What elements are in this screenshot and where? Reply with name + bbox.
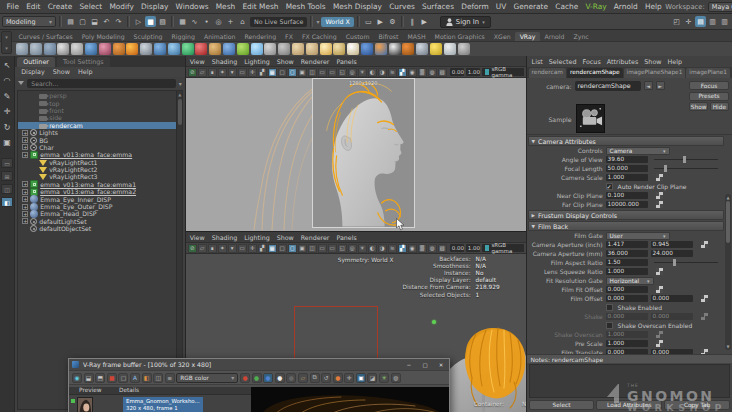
viewport-menu-lighting[interactable]: Lighting [244, 58, 269, 65]
bookmarks-icon[interactable]: ▾ [228, 68, 237, 77]
menu-surfaces[interactable]: Surfaces [418, 2, 457, 11]
green-channel-icon[interactable]: ● [252, 373, 262, 383]
ae-menu-attributes[interactable]: Attributes [607, 58, 639, 66]
bookmarks-icon[interactable]: ▾ [228, 244, 237, 253]
two-pane-layout-icon[interactable]: ◫ [1, 184, 13, 194]
humanik-icon[interactable]: ✛ [683, 16, 694, 27]
camera-attributes-icon[interactable]: ✦ [218, 244, 227, 253]
view-transform-selector[interactable]: sRGB gamma [482, 68, 524, 76]
scrollbar-thumb[interactable] [726, 201, 730, 243]
viewport-menu-view[interactable]: View [190, 58, 205, 65]
expand-toggle-icon[interactable]: + [22, 204, 28, 210]
fluid-emitter-icon[interactable] [182, 43, 194, 55]
scrollbar-thumb[interactable] [178, 99, 182, 125]
texture-map-button[interactable] [656, 331, 663, 338]
outliner-item-top[interactable]: top [18, 99, 176, 106]
section-film-back[interactable]: ▼ Film Back [528, 221, 724, 231]
window-title-bar[interactable]: V-Ray frame buffer - [100% of 320 x 480]… [69, 359, 449, 370]
focus-button[interactable]: Focus [689, 81, 729, 90]
vray-help-icon[interactable] [458, 43, 470, 55]
redo-icon[interactable]: ↷ [113, 16, 124, 27]
section-camera-attributes[interactable]: ▼ Camera Attributes [528, 136, 724, 146]
heart-icon[interactable] [195, 43, 207, 55]
viewport-menu-lighting[interactable]: Lighting [244, 234, 269, 241]
stop-render-icon[interactable]: ■ [107, 373, 117, 383]
texture-map-button[interactable] [656, 268, 663, 275]
wireframe-on-shaded-icon[interactable]: ◍ [428, 244, 437, 253]
close-button[interactable]: ✕ [436, 360, 446, 369]
texture-map-button[interactable] [656, 286, 663, 293]
slider-focal-length[interactable] [654, 165, 718, 172]
channel-box-icon[interactable]: ▥ [719, 16, 730, 27]
menu-modify[interactable]: Modify [106, 2, 138, 11]
nurbs-circle-icon[interactable] [57, 43, 69, 55]
outliner-item-emma-eye-inner-disp[interactable]: +Emma_Eye_Inner_DISP [18, 195, 176, 202]
motion-blur-icon[interactable]: ≋ [388, 68, 397, 77]
safe-action-icon[interactable]: ▭ [318, 244, 327, 253]
open-scene-icon[interactable]: ▢ [77, 16, 88, 27]
no-selection-icon[interactable]: ⊘ [188, 244, 197, 253]
checkbox-shake-enabled[interactable] [606, 304, 613, 311]
menu-select[interactable]: Select [76, 2, 106, 11]
slider-thumb[interactable] [683, 156, 686, 163]
presets-button[interactable]: Presets [689, 92, 729, 101]
safe-action-icon[interactable]: ▭ [318, 68, 327, 77]
safe-title-icon[interactable]: ▭ [328, 244, 337, 253]
viewport-menu-show[interactable]: Show [277, 58, 294, 65]
channel-selector[interactable]: RGB color▾ [176, 373, 238, 383]
expand-toggle-icon[interactable]: + [22, 189, 28, 195]
image-plane-icon[interactable]: ▭ [238, 68, 247, 77]
scroll-up-icon[interactable]: ▲ [725, 195, 731, 200]
menu-cache[interactable]: Cache [552, 2, 582, 11]
menu-v-ray[interactable]: V-Ray [582, 2, 610, 11]
copy-tab-button[interactable]: Copy Tab [664, 400, 730, 410]
image-plane-icon[interactable]: ▭ [238, 244, 247, 253]
film-gate-icon[interactable]: ▢ [278, 244, 287, 253]
lighting-icon[interactable]: ☀ [358, 244, 367, 253]
outliner-menu-show[interactable]: Show [53, 68, 70, 76]
texture-map-button[interactable] [656, 174, 663, 181]
field-pre-scale[interactable]: 1.000 [606, 340, 648, 348]
shadows-icon[interactable]: ◐ [368, 244, 377, 253]
open-folder-icon[interactable]: ▱ [298, 373, 308, 383]
move-tool-icon[interactable]: ✛ [1, 106, 13, 118]
outliner-item-emma-v013-ema-face-emma[interactable]: +emma_v013:ema_face:emma [18, 151, 176, 158]
section-frustum-display-controls[interactable]: ▶ Frustum Display Controls [528, 210, 724, 220]
wireframe-on-shaded-icon[interactable]: ◍ [428, 68, 437, 77]
ae-tab-rendercamshape[interactable]: rendercamShape [567, 68, 623, 78]
lens-effects-icon[interactable]: ✳ [379, 373, 389, 383]
menu-set-selector[interactable]: Modeling ▾ [2, 16, 56, 27]
outliner-item-front[interactable]: front [18, 107, 176, 114]
copy-to-clipboard-icon[interactable]: ⧉ [310, 373, 320, 383]
multisample-icon[interactable]: ▞ [398, 244, 407, 253]
sample-swatch[interactable] [576, 104, 605, 133]
shelf-tab-poly-modeling[interactable]: Poly Modeling [77, 32, 129, 41]
single-pane-layout-icon[interactable]: ▭ [1, 158, 13, 168]
globe-icon[interactable] [223, 43, 235, 55]
shelf-tab-mash[interactable]: MASH [403, 32, 430, 41]
outliner-item-emma-v013-ema-face-emma2[interactable]: +emma_v013:ema_face:emma2 [18, 188, 176, 195]
safe-title-icon[interactable]: ▭ [328, 68, 337, 77]
region-render-icon[interactable]: ▣ [356, 373, 366, 383]
surfaces-tool-icon[interactable] [30, 43, 42, 55]
emitter-icon[interactable] [113, 43, 125, 55]
orange-ball-icon[interactable]: ● [333, 373, 343, 383]
outliner-item-vraylightrect3[interactable]: vRayLightRect3 [18, 173, 176, 180]
black-circle-icon[interactable]: ● [286, 373, 296, 383]
sand-disc-icon[interactable] [292, 43, 304, 55]
field-shake-overscan[interactable]: 1.000 [606, 331, 648, 339]
shelf-switcher[interactable]: ▾▾ [1, 31, 12, 54]
depth-of-field-icon[interactable]: ◉ [408, 68, 417, 77]
menu-mesh-display[interactable]: Mesh Display [329, 2, 385, 11]
funnel-icon[interactable] [306, 43, 318, 55]
menu-mesh[interactable]: Mesh [212, 2, 239, 11]
ae-menu-focus[interactable]: Focus [582, 58, 600, 66]
compare-images-icon[interactable]: ◫ [153, 373, 163, 383]
track-mouse-icon[interactable]: ✛ [344, 373, 354, 383]
load-image-icon[interactable]: ⬒ [95, 373, 105, 383]
ae-menu-selected[interactable]: Selected [549, 58, 577, 66]
pause-icon[interactable]: ‖ [407, 16, 418, 27]
undo-icon[interactable]: ↶ [101, 16, 112, 27]
lock-camera-icon[interactable]: ∎ [208, 68, 217, 77]
field-camera-aperture-inch[interactable]: 1.417 [606, 241, 648, 249]
